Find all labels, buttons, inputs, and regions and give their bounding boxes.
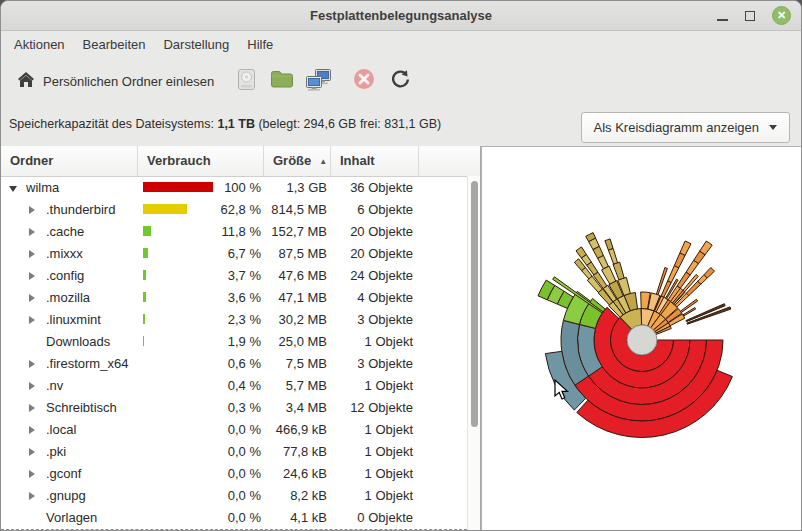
scan-folder-button[interactable]: [264, 65, 300, 97]
usage-bar: [143, 336, 144, 346]
table-row[interactable]: .gconf0,0 %24,6 kB1 Objekt: [1, 462, 467, 484]
expander-closed-icon[interactable]: [29, 356, 41, 371]
mouse-cursor: [554, 379, 570, 401]
folder-size: 5,7 MB: [286, 378, 327, 393]
minimize-button[interactable]: [717, 10, 728, 21]
expander-closed-icon[interactable]: [29, 290, 41, 305]
close-button[interactable]: ✕: [772, 6, 791, 25]
refresh-button[interactable]: [382, 65, 418, 97]
usage-percent: 0,3 %: [228, 400, 261, 415]
folder-size: 24,6 kB: [283, 466, 327, 481]
folder-size: 7,5 MB: [286, 356, 327, 371]
table-row[interactable]: wilma100 %1,3 GB36 Objekte: [1, 176, 467, 198]
menu-item-bearbeiten[interactable]: Bearbeiten: [74, 34, 155, 55]
toolbar: Persönlichen Ordner einlesen: [1, 59, 801, 103]
column-header-groesse[interactable]: Größe▲: [264, 146, 331, 176]
usage-percent: 3,6 %: [228, 290, 261, 305]
folder-size: 8,2 kB: [290, 488, 327, 503]
usage-percent: 0,4 %: [228, 378, 261, 393]
folder-name: Schreibtisch: [46, 400, 117, 415]
ring-chart-segment[interactable]: [613, 262, 624, 280]
scan-remote-button[interactable]: [300, 65, 336, 97]
expander-closed-icon[interactable]: [29, 224, 41, 239]
table-row[interactable]: Vorlagen0,0 %4,1 kB0 Objekte: [1, 506, 467, 528]
folder-name: .pki: [46, 444, 66, 459]
expander-closed-icon[interactable]: [29, 488, 41, 503]
folder-contents-count: 20 Objekte: [350, 246, 413, 261]
table-row[interactable]: .local0,0 %466,9 kB1 Objekt: [1, 418, 467, 440]
maximize-button[interactable]: [745, 11, 755, 21]
folder-contents-count: 1 Objekt: [365, 466, 413, 481]
table-row[interactable]: .thunderbird62,8 %814,5 MB6 Objekte: [1, 198, 467, 220]
usage-bar: [143, 270, 146, 280]
ring-chart-center-hub[interactable]: [627, 325, 657, 355]
table-row[interactable]: .linuxmint2,3 %30,2 MB3 Objekte: [1, 308, 467, 330]
titlebar[interactable]: Festplattenbelegungsanalyse ✕: [1, 1, 801, 31]
vertical-scrollbar[interactable]: [467, 176, 480, 531]
folder-size: 30,2 MB: [279, 312, 327, 327]
ring-chart[interactable]: [482, 147, 802, 531]
app-window: Festplattenbelegungsanalyse ✕ AktionenBe…: [0, 0, 802, 531]
view-mode-dropdown[interactable]: Als Kreisdiagramm anzeigen: [581, 112, 790, 143]
expander-closed-icon[interactable]: [29, 444, 41, 459]
column-header-ordner[interactable]: Ordner: [1, 146, 138, 176]
expander-closed-icon[interactable]: [29, 246, 41, 261]
home-icon: [17, 71, 35, 92]
menu-item-hilfe[interactable]: Hilfe: [238, 34, 282, 55]
folder-name: .cache: [46, 224, 84, 239]
ring-chart-segment[interactable]: [700, 241, 713, 255]
expander-closed-icon[interactable]: [29, 466, 41, 481]
stop-scan-button[interactable]: [346, 65, 382, 97]
hard-disk-icon: [235, 68, 258, 95]
scan-home-label: Persönlichen Ordner einlesen: [43, 74, 214, 89]
menu-item-darstellung[interactable]: Darstellung: [154, 34, 238, 55]
folder-size: 152,7 MB: [271, 224, 327, 239]
scan-filesystem-button[interactable]: [228, 65, 264, 97]
scrollbar-thumb[interactable]: [471, 181, 478, 427]
expander-closed-icon[interactable]: [29, 268, 41, 283]
menu-item-aktionen[interactable]: Aktionen: [5, 34, 74, 55]
folder-name: .linuxmint: [46, 312, 101, 327]
column-header-inhalt[interactable]: Inhalt: [331, 146, 419, 176]
folder-size: 466,9 kB: [276, 422, 327, 437]
ring-chart-segment[interactable]: [680, 241, 691, 255]
ring-chart-segment[interactable]: [605, 239, 613, 250]
usage-percent: 0,6 %: [228, 356, 261, 371]
folder-name: .gnupg: [46, 488, 86, 503]
folder-size: 77,8 kB: [283, 444, 327, 459]
expander-open-icon[interactable]: [9, 180, 21, 195]
scan-home-button[interactable]: Persönlichen Ordner einlesen: [9, 65, 222, 98]
expander-closed-icon[interactable]: [29, 378, 41, 393]
usage-percent: 0,0 %: [228, 444, 261, 459]
expander-closed-icon[interactable]: [29, 312, 41, 327]
expander-closed-icon[interactable]: [29, 202, 41, 217]
expander-closed-icon[interactable]: [29, 422, 41, 437]
view-mode-label: Als Kreisdiagramm anzeigen: [594, 120, 759, 135]
table-row[interactable]: .gnupg0,0 %8,2 kB1 Objekt: [1, 484, 467, 506]
usage-bar: [143, 248, 148, 258]
ring-chart-segment[interactable]: [704, 268, 715, 279]
table-row[interactable]: .config3,7 %47,6 MB24 Objekte: [1, 264, 467, 286]
column-header-filler: [419, 146, 480, 176]
ring-chart-segment[interactable]: [608, 248, 617, 264]
table-row[interactable]: Schreibtisch0,3 %3,4 MB12 Objekte: [1, 396, 467, 418]
usage-percent: 0,0 %: [228, 422, 261, 437]
folder-contents-count: 12 Objekte: [350, 400, 413, 415]
column-header-verbrauch[interactable]: Verbrauch: [138, 146, 264, 176]
table-row[interactable]: .cache11,8 %152,7 MB20 Objekte: [1, 220, 467, 242]
folder-size: 1,3 GB: [287, 180, 327, 195]
usage-percent: 11,8 %: [221, 224, 261, 239]
table-row[interactable]: .mozilla3,6 %47,1 MB4 Objekte: [1, 286, 467, 308]
usage-bar: [143, 182, 213, 192]
table-row[interactable]: Downloads1,9 %25,0 MB1 Objekt: [1, 330, 467, 352]
table-row[interactable]: .pki0,0 %77,8 kB1 Objekt: [1, 440, 467, 462]
table-row[interactable]: .nv0,4 %5,7 MB1 Objekt: [1, 374, 467, 396]
expander-closed-icon[interactable]: [29, 400, 41, 415]
folder-name: .config: [46, 268, 84, 283]
table-row[interactable]: .firestorm_x640,6 %7,5 MB3 Objekte: [1, 352, 467, 374]
folder-contents-count: 1 Objekt: [365, 444, 413, 459]
table-row[interactable]: .mixxx6,7 %87,5 MB20 Objekte: [1, 242, 467, 264]
folder-name: .thunderbird: [46, 202, 115, 217]
usage-bar: [143, 314, 145, 324]
usage-percent: 3,7 %: [228, 268, 261, 283]
